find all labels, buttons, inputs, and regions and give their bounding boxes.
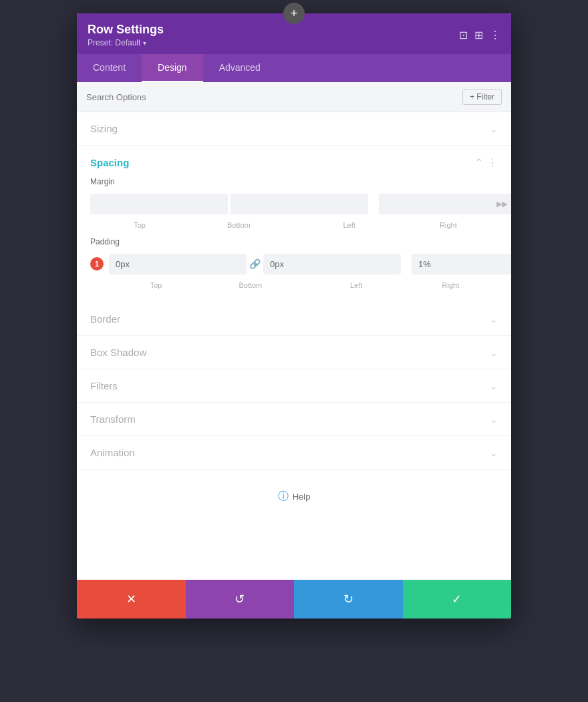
spacing-section: Spacing ⌃ ⋮ Margin ▶▶ xyxy=(77,146,511,303)
spacing-title: Spacing xyxy=(90,157,129,168)
padding-bottom-input[interactable] xyxy=(263,254,401,275)
help-area: ⓘ Help xyxy=(77,470,511,524)
boxshadow-section: Box Shadow ⌄ xyxy=(77,336,511,369)
modal: Row Settings Preset: Default ▾ ⊡ ⊞ ⋮ Con… xyxy=(77,13,511,619)
sizing-header[interactable]: Sizing ⌄ xyxy=(77,112,511,145)
boxshadow-header[interactable]: Box Shadow ⌄ xyxy=(77,336,511,369)
cancel-button[interactable]: ✕ xyxy=(77,580,186,619)
border-chevron: ⌄ xyxy=(490,314,498,325)
margin-labels: Top Bottom Left Right xyxy=(90,218,498,229)
transform-chevron: ⌄ xyxy=(490,414,498,425)
filter-button[interactable]: + Filter xyxy=(462,89,502,105)
modal-preset[interactable]: Preset: Default ▾ xyxy=(88,38,164,47)
animation-chevron: ⌄ xyxy=(490,448,498,458)
tab-advanced[interactable]: Advanced xyxy=(203,54,277,82)
save-button[interactable]: ✓ xyxy=(403,580,512,619)
margin-left-responsive-icon: ▶▶ xyxy=(496,200,507,208)
modal-title: Row Settings xyxy=(88,23,164,37)
padding-input-row: 1 🔗 🔗 xyxy=(90,252,498,276)
filters-header[interactable]: Filters ⌄ xyxy=(77,369,511,402)
search-bar: + Filter xyxy=(77,82,511,112)
spacing-header: Spacing ⌃ ⋮ xyxy=(90,146,498,177)
margin-label: Margin xyxy=(90,177,498,186)
help-text[interactable]: Help xyxy=(293,492,311,502)
sizing-section: Sizing ⌄ xyxy=(77,112,511,146)
spacing-collapse-icon[interactable]: ⌃ xyxy=(474,156,483,169)
margin-right-label: Right xyxy=(399,218,498,229)
border-header[interactable]: Border ⌄ xyxy=(77,303,511,335)
boxshadow-chevron: ⌄ xyxy=(490,347,498,358)
header-icons: ⊡ ⊞ ⋮ xyxy=(459,29,500,41)
margin-top-bottom: ▶▶ ▶▶ xyxy=(90,194,368,214)
filters-chevron: ⌄ xyxy=(490,381,498,391)
margin-group: Margin ▶▶ ▶▶ xyxy=(90,177,498,229)
margin-left-right: ▶▶ xyxy=(379,194,511,214)
transform-header[interactable]: Transform ⌄ xyxy=(77,403,511,435)
search-input[interactable] xyxy=(86,92,462,102)
padding-right-fields: 🔗 xyxy=(412,254,511,275)
padding-badge: 1 xyxy=(90,257,104,271)
modal-title-area: Row Settings Preset: Default ▾ xyxy=(88,23,164,47)
transform-section: Transform ⌄ xyxy=(77,403,511,436)
modal-wrapper: + Row Settings Preset: Default ▾ ⊡ ⊞ ⋮ C… xyxy=(77,13,511,619)
margin-right-pair: ▶▶ xyxy=(379,194,511,214)
padding-bottom-label: Bottom xyxy=(203,279,297,289)
padding-link-icon[interactable]: 🔗 xyxy=(249,258,261,269)
padding-left-fields: 🔗 xyxy=(109,254,401,275)
add-button[interactable]: + xyxy=(283,3,305,24)
margin-bottom-label: Bottom xyxy=(189,218,288,229)
content-area: Sizing ⌄ Spacing ⌃ ⋮ Margin xyxy=(77,112,511,580)
margin-left-pair: ▶▶ ▶▶ xyxy=(90,194,368,214)
margin-left-input[interactable] xyxy=(379,194,511,214)
spacing-more-icon[interactable]: ⋮ xyxy=(487,156,498,169)
boxshadow-label: Box Shadow xyxy=(90,347,146,358)
border-section: Border ⌄ xyxy=(77,303,511,336)
padding-left-input[interactable] xyxy=(412,254,511,275)
filters-section: Filters ⌄ xyxy=(77,369,511,403)
transform-label: Transform xyxy=(90,413,136,425)
spacing-controls: ⌃ ⋮ xyxy=(474,156,498,169)
margin-top-input[interactable] xyxy=(90,194,228,214)
tabs-bar: Content Design Advanced xyxy=(77,54,511,82)
filters-label: Filters xyxy=(90,380,118,391)
redo-button[interactable]: ↻ xyxy=(294,580,403,619)
animation-label: Animation xyxy=(90,447,135,458)
padding-right-label: Right xyxy=(404,279,498,289)
tab-design[interactable]: Design xyxy=(142,54,203,82)
padding-left-label: Left xyxy=(309,279,404,289)
sizing-label: Sizing xyxy=(90,123,118,134)
margin-input-row: ▶▶ ▶▶ ▶▶ xyxy=(90,192,498,216)
padding-labels: Top Bottom Left Right xyxy=(90,279,498,289)
responsive-icon[interactable]: ⊡ xyxy=(459,29,468,41)
padding-top-label: Top xyxy=(109,279,203,289)
margin-bottom-input[interactable] xyxy=(231,194,368,214)
preset-arrow: ▾ xyxy=(143,39,146,47)
bottom-actions: ✕ ↺ ↻ ✓ xyxy=(77,580,511,619)
sizing-chevron: ⌄ xyxy=(490,124,498,134)
animation-header[interactable]: Animation ⌄ xyxy=(77,436,511,469)
margin-left-label: Left xyxy=(300,218,399,229)
more-icon[interactable]: ⋮ xyxy=(490,29,500,41)
grid-icon[interactable]: ⊞ xyxy=(474,29,483,41)
animation-section: Animation ⌄ xyxy=(77,436,511,470)
padding-label: Padding xyxy=(90,237,498,246)
help-icon: ⓘ xyxy=(278,490,289,504)
padding-top-input[interactable] xyxy=(109,254,247,275)
border-label: Border xyxy=(90,313,120,325)
margin-top-label: Top xyxy=(90,218,189,229)
tab-content[interactable]: Content xyxy=(77,54,142,82)
padding-group: Padding 1 🔗 🔗 xyxy=(90,237,498,289)
undo-button[interactable]: ↺ xyxy=(186,580,295,619)
